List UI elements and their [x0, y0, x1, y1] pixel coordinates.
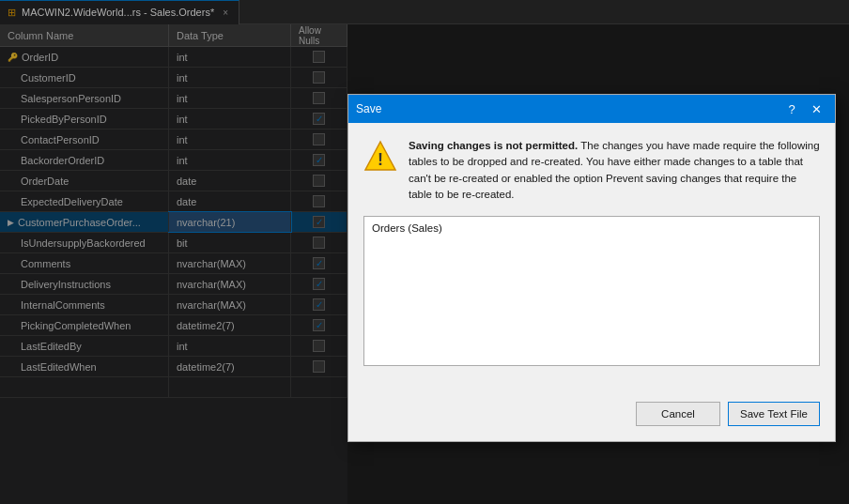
message-bold: Saving changes is not permitted. — [409, 140, 578, 151]
dialog-list-area: Orders (Sales) — [363, 216, 820, 366]
dialog-message-text: Saving changes is not permitted. The cha… — [409, 138, 820, 203]
svg-text:!: ! — [378, 150, 383, 169]
dialog-titlebar: Save ? ✕ — [348, 95, 835, 123]
save-dialog: Save ? ✕ ! Saving changes is not permitt… — [347, 94, 836, 442]
cancel-button[interactable]: Cancel — [636, 402, 720, 426]
dialog-footer: Cancel Save Text File — [348, 394, 835, 441]
warning-icon: ! — [363, 140, 397, 174]
dialog-message-row: ! Saving changes is not permitted. The c… — [363, 138, 820, 203]
dialog-close-button[interactable]: ✕ — [805, 99, 827, 119]
dialog-controls: ? ✕ — [780, 99, 827, 119]
dialog-list: Orders (Sales) — [368, 221, 815, 236]
dialog-title: Save — [356, 102, 381, 115]
dialog-help-button[interactable]: ? — [780, 99, 803, 119]
dialog-list-item: Orders (Sales) — [368, 221, 815, 236]
ide-window: ⊞ MACWIN2.WideWorld...rs - Sales.Orders*… — [0, 0, 849, 504]
dialog-body: ! Saving changes is not permitted. The c… — [348, 123, 835, 394]
save-text-file-button[interactable]: Save Text File — [728, 402, 820, 426]
